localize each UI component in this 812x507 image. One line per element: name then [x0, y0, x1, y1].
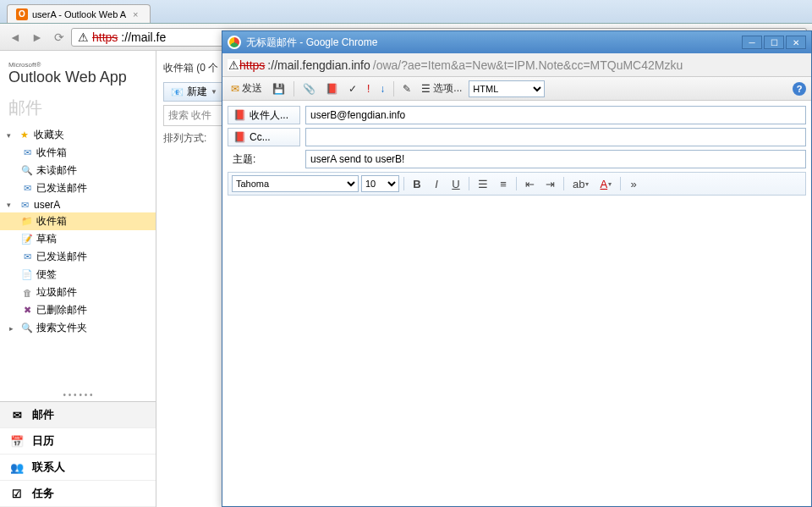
tree-label: 已删除邮件 — [36, 303, 87, 317]
indent-button[interactable]: ⇥ — [541, 176, 559, 192]
window-controls: ─ ☐ ✕ — [742, 36, 806, 49]
search-folder-icon: 🔍 — [20, 322, 34, 334]
tree-sent-2[interactable]: ✉已发送邮件 — [0, 248, 156, 266]
font-color-button[interactable]: A▾ — [595, 176, 616, 192]
addressbook-button[interactable]: 📕 — [322, 81, 342, 96]
tree-favorites[interactable]: ▾ ★ 收藏夹 — [0, 126, 156, 144]
tree-notes[interactable]: 📄便签 — [0, 266, 156, 284]
drafts-icon: 📝 — [20, 234, 34, 245]
nav-tasks[interactable]: ☑任务 — [0, 481, 156, 507]
browser-tab[interactable]: O userA - Outlook Web A × — [7, 4, 151, 23]
nav-label: 联系人 — [32, 460, 65, 475]
new-mail-button[interactable]: 📧 新建 ▼ — [163, 82, 225, 102]
subject-input[interactable] — [305, 150, 806, 168]
nav-modules: ✉邮件 📅日历 👥联系人 ☑任务 — [0, 401, 156, 507]
maximize-button[interactable]: ☐ — [764, 36, 784, 49]
bold-button[interactable]: B — [409, 176, 425, 192]
ssl-warning-icon: ⚠ — [228, 59, 239, 71]
check-names-button[interactable]: ✓ — [345, 81, 360, 96]
popup-url-bar: ⚠ https://mail.fengdian.info/owa/?ae=Ite… — [222, 53, 811, 77]
popup-titlebar[interactable]: 无标题邮件 - Google Chrome ─ ☐ ✕ — [222, 31, 811, 53]
to-row: 📕收件人... — [228, 106, 806, 124]
tree-junk[interactable]: 🗑垃圾邮件 — [0, 284, 156, 301]
nav-calendar[interactable]: 📅日历 — [0, 428, 156, 455]
sidebar-resize-handle[interactable]: • • • • • • — [0, 389, 156, 401]
cc-input[interactable] — [305, 128, 806, 146]
tree-label: 垃圾邮件 — [36, 285, 77, 300]
font-size-select[interactable]: 10 — [361, 175, 399, 192]
deleted-icon: ✖ — [20, 305, 34, 317]
popup-url[interactable]: https://mail.fengdian.info/owa/?ae=Item&… — [239, 58, 806, 72]
highlight-button[interactable]: ab▾ — [568, 176, 593, 192]
logo-brand: Microsoft® — [8, 61, 147, 69]
font-family-select[interactable]: Tahoma — [232, 175, 359, 192]
bullet-list-button[interactable]: ☰ — [474, 176, 492, 192]
attach-button[interactable]: 📎 — [299, 81, 319, 96]
url-scheme: https — [239, 58, 265, 72]
tree-label: 便签 — [36, 267, 57, 282]
tree-label: 收藏夹 — [34, 128, 64, 142]
calendar-icon: 📅 — [8, 434, 25, 448]
mail-icon: ✉ — [8, 408, 25, 422]
save-button[interactable]: 💾 — [269, 81, 288, 96]
folder-tree: ▾ ★ 收藏夹 ✉收件箱 🔍未读邮件 ✉已发送邮件 ▾ ✉ userA 📁收件箱… — [0, 123, 156, 389]
underline-button[interactable]: U — [447, 176, 464, 192]
to-input[interactable] — [305, 106, 806, 124]
separator — [294, 81, 294, 96]
number-list-button[interactable]: ≡ — [495, 176, 512, 192]
more-formatting-button[interactable]: » — [625, 176, 642, 192]
book-icon: 📕 — [326, 83, 338, 95]
importance-low-button[interactable]: ↓ — [376, 81, 388, 96]
tab-close-icon[interactable]: × — [130, 9, 140, 19]
tree-label: 收件箱 — [36, 146, 67, 160]
tree-label: 未读邮件 — [36, 163, 77, 178]
format-select[interactable]: HTML — [469, 80, 545, 97]
watermark-sub: 技术博客 Blog — [693, 488, 804, 500]
junk-icon: 🗑 — [20, 287, 34, 299]
cc-row: 📕Cc... — [228, 128, 806, 146]
italic-button[interactable]: I — [428, 176, 445, 192]
tree-drafts[interactable]: 📝草稿 — [0, 230, 156, 248]
to-picker-button[interactable]: 📕收件人... — [228, 106, 300, 124]
tree-sent[interactable]: ✉已发送邮件 — [0, 179, 156, 197]
owa-logo: Microsoft® Outlook Web App — [0, 51, 156, 93]
minimize-button[interactable]: ─ — [742, 36, 762, 49]
tree-inbox[interactable]: ✉收件箱 — [0, 144, 156, 162]
help-button[interactable]: ? — [793, 82, 806, 96]
close-button[interactable]: ✕ — [786, 36, 806, 49]
options-icon: ☰ — [421, 83, 431, 95]
cc-picker-button[interactable]: 📕Cc... — [228, 128, 300, 146]
nav-contacts[interactable]: 👥联系人 — [0, 455, 156, 481]
sent-icon: ✉ — [20, 183, 34, 195]
save-icon: 💾 — [272, 83, 285, 95]
tasks-icon: ☑ — [8, 487, 25, 500]
chevron-down-icon: ▾ — [585, 180, 589, 188]
watermark-main: 51CTO.com — [693, 466, 804, 488]
collapse-icon[interactable]: ▾ — [7, 201, 15, 209]
nav-mail[interactable]: ✉邮件 — [0, 402, 156, 428]
star-folder-icon: ★ — [18, 130, 31, 141]
collapse-icon[interactable]: ▾ — [7, 131, 15, 140]
signature-button[interactable]: ✎ — [399, 81, 414, 96]
send-button[interactable]: ✉发送 — [228, 80, 266, 97]
tree-deleted[interactable]: ✖已删除邮件 — [0, 301, 156, 319]
tree-unread[interactable]: 🔍未读邮件 — [0, 162, 156, 179]
compose-toolbar: ✉发送 💾 📎 📕 ✓ ! ↓ ✎ ☰选项... HTML ? — [222, 77, 811, 101]
compose-popup-window: 无标题邮件 - Google Chrome ─ ☐ ✕ ⚠ https://ma… — [222, 30, 812, 507]
check-icon: ✓ — [348, 83, 357, 95]
tree-user-root[interactable]: ▾ ✉ userA — [0, 197, 156, 212]
outdent-button[interactable]: ⇤ — [521, 176, 539, 192]
tree-user-inbox[interactable]: 📁收件箱 — [0, 212, 156, 230]
reload-button[interactable]: ⟳ — [49, 27, 69, 47]
back-button[interactable]: ◄ — [5, 27, 25, 47]
tree-label: 已发送邮件 — [36, 250, 87, 264]
expand-icon[interactable]: ▸ — [9, 324, 18, 333]
options-button[interactable]: ☰选项... — [418, 80, 465, 97]
chrome-icon — [228, 36, 241, 49]
forward-button[interactable]: ► — [27, 27, 47, 47]
tree-search-folders[interactable]: ▸🔍搜索文件夹 — [0, 319, 156, 337]
importance-high-button[interactable]: ! — [364, 81, 373, 96]
browser-tabstrip: O userA - Outlook Web A × — [0, 0, 812, 24]
separator — [620, 177, 621, 190]
subject-label: 主题: — [228, 150, 300, 168]
